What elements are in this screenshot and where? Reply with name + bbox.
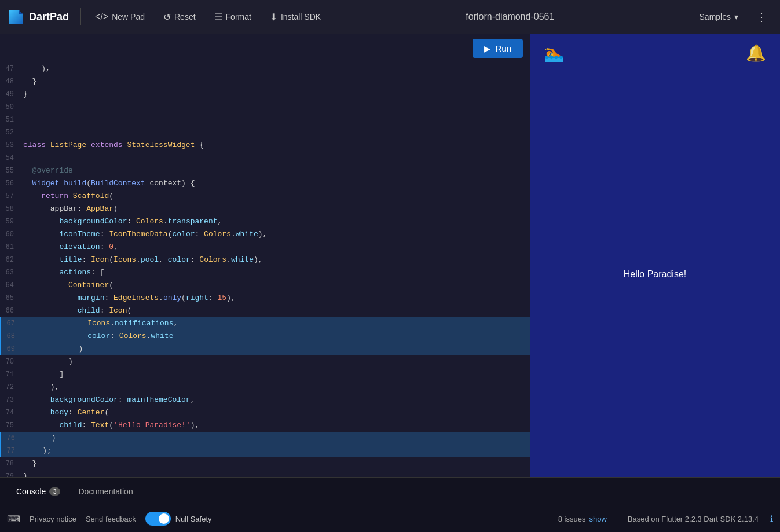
line-content[interactable]: Widget build(BuildContext context) { [21, 178, 530, 189]
line-content[interactable]: ) [22, 432, 530, 444]
reset-button[interactable]: ↺ Reset [156, 8, 203, 26]
code-line: 49} [0, 88, 530, 101]
samples-button[interactable]: Samples ▾ [693, 9, 745, 25]
line-number: 73 [0, 394, 21, 406]
code-line: 51 [0, 113, 530, 126]
code-line: 62 title: Icon(Icons.pool, color: Colors… [0, 254, 530, 266]
line-content[interactable]: elevation: 0, [21, 241, 530, 253]
code-line: 59 backgroundColor: Colors.transparent, [0, 215, 530, 228]
line-content[interactable]: color: Colors.white [22, 331, 530, 342]
line-content[interactable]: ) [22, 343, 530, 355]
line-content[interactable]: child: Text('Hello Paradise!'), [21, 420, 530, 431]
line-content[interactable]: ), [21, 63, 530, 75]
line-number: 71 [0, 369, 21, 380]
samples-chevron-icon: ▾ [734, 12, 738, 21]
samples-label: Samples [700, 12, 731, 21]
null-safety-toggle[interactable] [145, 512, 171, 526]
line-number: 57 [0, 190, 21, 202]
line-number: 68 [1, 331, 22, 342]
editor-panel: ▶ Run 47 ),48 }49}50515253class ListPage… [0, 34, 530, 477]
run-button[interactable]: ▶ Run [473, 39, 523, 58]
line-content[interactable]: ), [21, 381, 530, 393]
line-content[interactable]: @override [21, 165, 530, 177]
code-line: 58 appBar: AppBar( [0, 203, 530, 215]
code-line: 72 ), [0, 381, 530, 394]
install-icon: ⬇ [270, 12, 277, 23]
line-content[interactable]: ) [21, 356, 530, 368]
header: DartPad </> New Pad ↺ Reset ☰ Format ⬇ I… [0, 0, 780, 34]
code-line: 68 color: Colors.white [0, 330, 530, 343]
line-number: 69 [1, 343, 22, 355]
tab-console[interactable]: Console 3 [7, 482, 69, 501]
code-line: 64 Container( [0, 279, 530, 292]
flutter-info: Based on Flutter 2.2.3 Dart SDK 2.13.4 [628, 515, 759, 523]
line-content[interactable]: iconTheme: IconThemeData(color: Colors.w… [21, 229, 530, 240]
line-content[interactable]: child: Icon( [21, 305, 530, 317]
header-divider-1 [80, 8, 81, 25]
line-number: 51 [0, 114, 21, 126]
line-content[interactable]: actions: [ [21, 267, 530, 278]
line-number: 67 [1, 318, 22, 329]
line-number: 58 [0, 203, 21, 215]
code-line: 57 return Scaffold( [0, 190, 530, 203]
code-editor[interactable]: 47 ),48 }49}50515253class ListPage exten… [0, 63, 530, 477]
line-content[interactable]: } [21, 89, 530, 100]
code-line: 77 ); [0, 445, 530, 457]
privacy-notice-link[interactable]: Privacy notice [30, 515, 76, 523]
code-lines: 47 ),48 }49}50515253class ListPage exten… [0, 63, 530, 477]
format-icon: ☰ [214, 12, 222, 23]
install-sdk-button[interactable]: ⬇ Install SDK [263, 8, 328, 26]
line-content[interactable] [21, 114, 530, 126]
run-label: Run [495, 43, 511, 53]
line-content[interactable]: backgroundColor: Colors.transparent, [21, 216, 530, 228]
line-number: 65 [0, 292, 21, 304]
format-button[interactable]: ☰ Format [207, 8, 258, 26]
line-content[interactable]: Container( [21, 280, 530, 291]
notification-icon: 🔔 [746, 43, 766, 63]
line-content[interactable] [21, 127, 530, 138]
tab-documentation[interactable]: Documentation [69, 482, 142, 501]
console-tab-label: Console [16, 487, 46, 496]
line-number: 48 [0, 76, 21, 87]
hello-text: Hello Paradise! [624, 269, 687, 280]
new-pad-icon: </> [95, 12, 108, 22]
code-line: 50 [0, 101, 530, 113]
code-line: 53class ListPage extends StatelessWidget… [0, 139, 530, 152]
line-content[interactable]: margin: EdgeInsets.only(right: 15), [21, 292, 530, 304]
info-icon[interactable]: ℹ [770, 514, 773, 523]
line-content[interactable]: } [21, 471, 530, 477]
line-number: 63 [0, 267, 21, 278]
line-content[interactable]: backgroundColor: mainThemeColor, [21, 394, 530, 406]
line-content[interactable]: } [21, 458, 530, 469]
line-number: 74 [0, 407, 21, 419]
null-safety-toggle-container: Null Safety [145, 512, 212, 526]
line-content[interactable]: ] [21, 369, 530, 380]
code-line: 63 actions: [ [0, 266, 530, 279]
issues-show-link[interactable]: show [589, 515, 606, 523]
line-content[interactable]: Icons.notifications, [22, 318, 530, 329]
code-line: 73 backgroundColor: mainThemeColor, [0, 394, 530, 406]
more-icon: ⋮ [756, 10, 767, 23]
new-pad-button[interactable]: </> New Pad [88, 8, 152, 25]
line-content[interactable]: } [21, 76, 530, 87]
line-number: 62 [0, 254, 21, 266]
more-options-button[interactable]: ⋮ [750, 6, 773, 27]
line-content[interactable]: return Scaffold( [21, 190, 530, 202]
line-number: 60 [0, 229, 21, 240]
play-icon: ▶ [484, 44, 490, 53]
line-content[interactable]: ); [22, 445, 530, 457]
send-feedback-link[interactable]: Send feedback [86, 515, 136, 523]
line-content[interactable]: body: Center( [21, 407, 530, 419]
reset-icon: ↺ [163, 12, 171, 23]
line-content[interactable]: class ListPage extends StatelessWidget { [21, 140, 530, 151]
line-content[interactable]: appBar: AppBar( [21, 203, 530, 215]
format-label: Format [226, 12, 251, 21]
code-line: 48 } [0, 75, 530, 88]
line-number: 66 [0, 305, 21, 317]
code-line: 54 [0, 152, 530, 164]
line-number: 75 [0, 420, 21, 431]
line-content[interactable] [21, 152, 530, 164]
line-content[interactable] [21, 101, 530, 113]
pool-icon: 🏊 [544, 43, 564, 63]
line-content[interactable]: title: Icon(Icons.pool, color: Colors.wh… [21, 254, 530, 266]
